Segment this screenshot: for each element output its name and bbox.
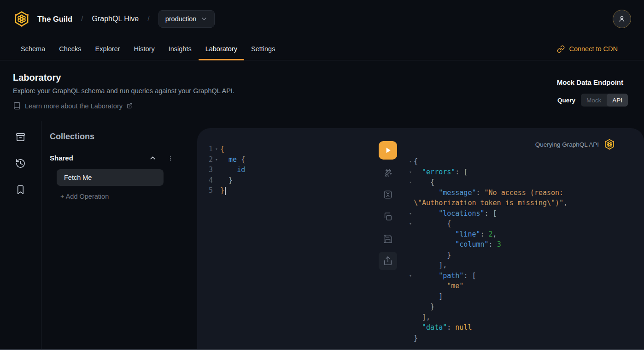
- history-rail-button[interactable]: [15, 158, 26, 169]
- line-number: 3: [197, 166, 213, 174]
- collection-group-label: Shared: [50, 154, 149, 162]
- line-number: 4: [197, 176, 213, 184]
- history-icon: [15, 158, 26, 169]
- chevron-up-icon[interactable]: [149, 154, 157, 162]
- project-navbar: Schema Checks Explorer History Insights …: [0, 38, 644, 60]
- page-header: Laboratory Explore your GraphQL schema a…: [0, 60, 644, 121]
- code-text: }: [220, 176, 233, 184]
- fold-toggle-icon[interactable]: ▾: [404, 159, 414, 164]
- endpoint-mode-label: Query: [557, 97, 575, 104]
- tab-schema[interactable]: Schema: [14, 38, 52, 60]
- external-link-icon: [127, 103, 133, 109]
- share-icon: [383, 256, 393, 266]
- code-text: "path": [: [414, 272, 476, 280]
- collections-rail-button[interactable]: [15, 132, 26, 142]
- operation-item-fetch-me[interactable]: Fetch Me: [57, 169, 164, 186]
- endpoint-toggle-group: Mock API: [581, 94, 628, 107]
- code-text: me {: [220, 155, 245, 164]
- kebab-menu-icon[interactable]: [167, 154, 174, 162]
- fold-toggle-icon[interactable]: ▾: [404, 221, 414, 226]
- tab-laboratory[interactable]: Laboratory: [199, 38, 244, 60]
- response-pane: Querying GraphQL API: [404, 128, 644, 350]
- fold-toggle-icon[interactable]: ▾: [404, 170, 414, 174]
- add-operation-button[interactable]: + Add Operation: [60, 193, 109, 200]
- page-title: Laboratory: [13, 72, 631, 83]
- learn-more-link[interactable]: Learn more about the Laboratory: [13, 102, 631, 110]
- merge-fragments-button[interactable]: [379, 185, 397, 204]
- code-line: "column": 3: [404, 239, 644, 250]
- code-line: }: [404, 302, 644, 312]
- fold-toggle-icon[interactable]: ▾: [404, 180, 414, 184]
- line-number: 5: [197, 186, 213, 195]
- copy-icon: [383, 212, 393, 222]
- code-line: ▾{: [404, 156, 644, 167]
- code-line: ],: [404, 312, 644, 323]
- code-line: ▾ {: [404, 219, 644, 229]
- toggle-option-mock[interactable]: Mock: [581, 94, 607, 107]
- tab-insights[interactable]: Insights: [162, 38, 199, 60]
- user-icon: [618, 15, 626, 23]
- code-line: }: [404, 333, 644, 344]
- tab-checks[interactable]: Checks: [52, 38, 88, 60]
- code-line: ▾ "errors": [: [404, 167, 644, 178]
- collection-group-shared[interactable]: Shared: [50, 154, 174, 162]
- prettify-button[interactable]: [379, 163, 397, 182]
- code-text: ]: [414, 292, 443, 301]
- code-text: ],: [414, 261, 447, 269]
- endpoint-panel: Mock Data Endpoint Query Mock API: [557, 78, 628, 107]
- code-text: ],: [414, 313, 430, 321]
- code-line: ▾ "path": [: [404, 271, 644, 281]
- fold-toggle-icon[interactable]: ▾: [213, 147, 220, 151]
- hive-logo-icon[interactable]: [13, 10, 30, 28]
- fold-toggle-icon[interactable]: ▾: [213, 157, 220, 162]
- code-text: {: [220, 145, 224, 153]
- fold-toggle-icon[interactable]: ▾: [404, 273, 414, 278]
- learn-more-label: Learn more about the Laboratory: [25, 102, 123, 110]
- code-line: ▾ "locations": [: [404, 208, 644, 219]
- tab-explorer[interactable]: Explorer: [88, 38, 127, 60]
- bookmarks-rail-button[interactable]: [15, 184, 26, 195]
- save-operation-button[interactable]: [379, 230, 397, 248]
- code-text: "data": null: [414, 323, 472, 332]
- code-text: "line": 2,: [414, 230, 497, 238]
- breadcrumb-org[interactable]: The Guild: [37, 15, 72, 24]
- query-editor[interactable]: 1▾{2▾ me {3 id4 }5}: [197, 128, 379, 350]
- collections-title: Collections: [50, 132, 197, 142]
- collections-icon: [15, 132, 26, 142]
- toggle-option-api[interactable]: API: [607, 94, 628, 107]
- code-line: "message": "No access (reason:: [404, 188, 644, 198]
- code-text: id: [220, 166, 245, 174]
- code-text: "locations": [: [414, 209, 497, 218]
- fold-toggle-icon[interactable]: ▾: [404, 211, 414, 216]
- copy-query-button[interactable]: [379, 208, 397, 226]
- code-line: "data": null: [404, 322, 644, 333]
- endpoint-mode-row: Query Mock API: [557, 94, 628, 107]
- editor-toolbar: [379, 128, 397, 350]
- code-line: 4 }: [197, 175, 379, 186]
- bookmark-icon: [15, 184, 26, 195]
- connect-to-cdn-link[interactable]: Connect to CDN: [557, 38, 618, 60]
- chevron-down-icon: [200, 15, 208, 23]
- share-operation-button[interactable]: [379, 252, 397, 270]
- tab-settings[interactable]: Settings: [244, 38, 282, 60]
- text-cursor: [225, 187, 226, 195]
- connect-to-cdn-label: Connect to CDN: [569, 45, 618, 53]
- side-rail: [0, 121, 41, 350]
- breadcrumb-project[interactable]: GraphQL Hive: [92, 15, 139, 23]
- response-endpoint-label: Querying GraphQL API: [535, 141, 599, 148]
- breadcrumb-separator: /: [81, 15, 83, 23]
- play-icon: [383, 146, 392, 155]
- merge-icon: [383, 190, 393, 200]
- code-text: "me": [414, 282, 463, 290]
- code-text: }: [220, 186, 226, 195]
- target-selector-button[interactable]: production: [158, 10, 215, 28]
- laboratory-main: Collections Shared Fetch Me + Add Operat…: [0, 121, 644, 350]
- code-text: {: [414, 178, 434, 186]
- code-line: "me": [404, 281, 644, 291]
- execute-query-button[interactable]: [379, 141, 397, 160]
- code-text: "errors": [: [414, 168, 468, 176]
- tab-history[interactable]: History: [127, 38, 162, 60]
- prettify-icon: [383, 167, 393, 178]
- page-subtitle: Explore your GraphQL schema and run quer…: [13, 87, 631, 95]
- user-avatar-button[interactable]: [613, 10, 631, 28]
